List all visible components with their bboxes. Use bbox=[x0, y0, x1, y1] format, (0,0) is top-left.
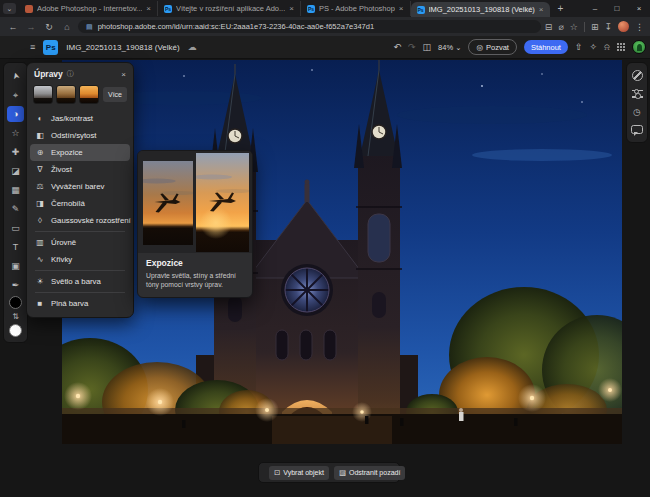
panel-close-icon[interactable]: × bbox=[121, 70, 126, 79]
forward-icon[interactable]: → bbox=[24, 22, 38, 32]
marquee-icon: ▦ bbox=[11, 185, 20, 195]
hamburger-menu-icon[interactable]: ≡ bbox=[30, 42, 35, 52]
levels-icon: ▥ bbox=[35, 238, 45, 247]
marquee-tool[interactable]: ▦ bbox=[7, 182, 24, 198]
zoom-level-value: 84% bbox=[438, 43, 453, 52]
url-text: photoshop.adobe.com/id/urn:aaid:sc:EU:2a… bbox=[98, 22, 374, 31]
reading-mode-icon[interactable]: ⊟ bbox=[545, 22, 553, 32]
remove-background-button[interactable]: ▨ Odstranit pozadí bbox=[334, 466, 405, 480]
preset-thumbnail-sepia[interactable] bbox=[56, 85, 76, 104]
redo-icon[interactable]: ↷ bbox=[408, 42, 416, 52]
eye-off-icon[interactable]: ⌀ bbox=[558, 22, 563, 32]
bell-icon[interactable]: ⍾ bbox=[604, 42, 610, 53]
background-color-swatch[interactable] bbox=[9, 324, 22, 337]
undo-icon[interactable]: ↶ bbox=[394, 42, 402, 52]
tab-title: Vítejte v rozšíření aplikace Ado... bbox=[176, 4, 285, 13]
browser-tab-2[interactable]: Ps Vítejte v rozšíření aplikace Ado... × bbox=[158, 1, 301, 16]
tab-close-icon[interactable]: × bbox=[146, 4, 151, 13]
extensions-icon[interactable]: ⊞ bbox=[591, 22, 599, 32]
brush-icon: ✎ bbox=[12, 204, 20, 214]
tab-title: Adobe Photoshop - Internetov... bbox=[37, 4, 142, 13]
history-icon[interactable]: ◷ bbox=[633, 106, 641, 117]
tab-close-icon[interactable]: × bbox=[289, 4, 294, 13]
info-icon[interactable]: ⓘ bbox=[67, 69, 74, 79]
type-icon: T bbox=[13, 242, 19, 252]
compare-view-icon[interactable]: ◫ bbox=[423, 42, 432, 52]
retouch-tool[interactable]: ☆ bbox=[7, 125, 24, 141]
solid-color-icon: ■ bbox=[35, 299, 45, 308]
browser-tab-active[interactable]: Ps IMG_20251013_190818 (Velké) × bbox=[411, 2, 550, 17]
adjustment-item-exposure[interactable]: ⊕ Expozice bbox=[30, 144, 130, 161]
swap-colors-icon[interactable]: ⇅ bbox=[12, 312, 19, 321]
site-info-icon[interactable]: ▤ bbox=[86, 23, 93, 31]
kebab-menu-icon[interactable]: ⋮ bbox=[635, 22, 644, 32]
tab-search-button[interactable]: ⌄ bbox=[3, 3, 16, 14]
zoom-level-dropdown[interactable]: 84% ⌄ bbox=[438, 43, 461, 52]
refresh-icon[interactable]: ↻ bbox=[42, 22, 56, 32]
tab-close-icon[interactable]: × bbox=[399, 4, 404, 13]
window-controls: – □ × bbox=[584, 0, 650, 17]
adjustment-label: Plná barva bbox=[51, 299, 88, 308]
tab-close-icon[interactable]: × bbox=[539, 5, 544, 14]
tab-title: PS - Adobe Photoshop bbox=[319, 4, 395, 13]
pen-tool[interactable]: ✒ bbox=[7, 277, 24, 293]
move-tool-icon: ➤ bbox=[10, 71, 22, 81]
app-window: ⌄ Adobe Photoshop - Internetov... × Ps V… bbox=[0, 0, 650, 497]
browser-tab-3[interactable]: Ps PS - Adobe Photoshop × bbox=[301, 1, 411, 16]
invite-icon: ◎ bbox=[476, 43, 483, 52]
preset-thumbnail-bw[interactable] bbox=[33, 85, 53, 104]
window-maximize-button[interactable]: □ bbox=[606, 4, 628, 13]
adjustments-tool[interactable]: ◑ bbox=[7, 106, 24, 122]
quick-actions-bar: ⊡ Vybrat objekt ▨ Odstranit pozadí bbox=[258, 462, 400, 483]
url-field[interactable]: ▤ photoshop.adobe.com/id/urn:aaid:sc:EU:… bbox=[78, 20, 541, 33]
move-tool[interactable]: ➤ bbox=[7, 68, 24, 84]
adjustment-item-solid-color[interactable]: ■ Plná barva bbox=[27, 295, 133, 312]
layers-icon[interactable] bbox=[632, 70, 643, 81]
window-minimize-button[interactable]: – bbox=[584, 4, 606, 13]
address-bar-actions: ⊟ ⌀ ☆ ⊞ ↧ ⋮ bbox=[545, 21, 644, 32]
user-avatar[interactable] bbox=[632, 40, 646, 54]
adjustment-item-color-balance[interactable]: ⚖ Vyvážení barev bbox=[27, 178, 133, 195]
adjustment-label: Jas/kontrast bbox=[51, 114, 93, 123]
foreground-color-swatch[interactable] bbox=[9, 296, 22, 309]
adjustment-label: Úrovně bbox=[51, 238, 76, 247]
adjustment-item-curves[interactable]: ∿ Křivky bbox=[27, 251, 133, 268]
new-tab-button[interactable]: + bbox=[558, 3, 564, 14]
downloads-icon[interactable]: ↧ bbox=[604, 22, 612, 32]
lightbulb-icon[interactable]: ✧ bbox=[589, 42, 597, 52]
share-icon[interactable]: ⇧ bbox=[575, 42, 583, 52]
shape-tool[interactable]: ▭ bbox=[7, 220, 24, 236]
download-button[interactable]: Stáhnout bbox=[524, 40, 568, 54]
more-presets-button[interactable]: Více bbox=[103, 87, 127, 102]
apps-grid-icon[interactable] bbox=[617, 43, 625, 51]
browser-profile-avatar[interactable] bbox=[618, 21, 629, 32]
adjustment-item-levels[interactable]: ▥ Úrovně bbox=[27, 234, 133, 251]
black-white-icon: ◨ bbox=[35, 199, 45, 208]
bookmark-star-icon[interactable]: ☆ bbox=[570, 22, 578, 32]
window-close-button[interactable]: × bbox=[628, 4, 650, 13]
quick-select-tool[interactable]: ⌖ bbox=[7, 87, 24, 103]
clone-tool[interactable]: ▣ bbox=[7, 258, 24, 274]
browser-tab-1[interactable]: Adobe Photoshop - Internetov... × bbox=[19, 1, 158, 16]
adjustment-item-brightness-contrast[interactable]: ◐ Jas/kontrast bbox=[27, 110, 133, 127]
home-icon[interactable]: ⌂ bbox=[60, 22, 74, 32]
back-icon[interactable]: ← bbox=[6, 22, 20, 32]
invite-button[interactable]: ◎ Pozvat bbox=[468, 39, 516, 55]
adjustment-label: Expozice bbox=[51, 148, 83, 157]
eraser-tool[interactable]: ◪ bbox=[7, 163, 24, 179]
adjustment-item-vibrance[interactable]: ∇ Živost bbox=[27, 161, 133, 178]
preset-thumbnail-vivid[interactable] bbox=[79, 85, 99, 104]
adjustment-item-light-color[interactable]: ☀ Světlo a barva bbox=[27, 273, 133, 290]
adjustment-item-black-white[interactable]: ◨ Černobílá bbox=[27, 195, 133, 212]
type-tool[interactable]: T bbox=[7, 239, 24, 255]
adjustment-item-gaussian-blur[interactable]: ◊ Gaussovské rozostření bbox=[27, 212, 133, 229]
adjustment-item-hue-saturation[interactable]: ◧ Odstín/sytost bbox=[27, 127, 133, 144]
adjustment-label: Křivky bbox=[51, 255, 72, 264]
comments-icon[interactable] bbox=[631, 124, 643, 135]
brush-tool[interactable]: ✎ bbox=[7, 201, 24, 217]
remove-background-icon: ▨ bbox=[339, 468, 346, 477]
select-object-button[interactable]: ⊡ Vybrat objekt bbox=[269, 466, 329, 480]
heal-tool[interactable]: ✚ bbox=[7, 144, 24, 160]
properties-sliders-icon[interactable] bbox=[632, 88, 643, 99]
eraser-icon: ◪ bbox=[11, 166, 20, 176]
